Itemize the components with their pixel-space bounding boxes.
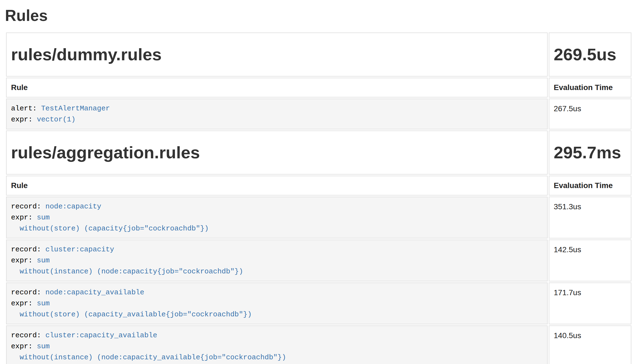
rule-link[interactable]: sum (37, 299, 50, 308)
rule-code: record: node:capacity_available expr: su… (11, 287, 543, 320)
rule-code-cell: record: node:capacity_available expr: su… (6, 282, 548, 324)
evaluation-time-cell: 140.5us (549, 325, 631, 364)
group-row: rules/aggregation.rules295.7ms (6, 131, 631, 175)
rule-code: record: cluster:capacity_available expr:… (11, 330, 543, 363)
evaluation-time-cell: 171.7us (549, 282, 631, 324)
rule-row: record: cluster:capacity_available expr:… (6, 325, 631, 364)
evaluation-time-cell: 351.3us (549, 197, 631, 238)
column-header-evaluation-time: Evaluation Time (549, 176, 631, 195)
group-file-name: rules/aggregation.rules (6, 131, 548, 175)
rules-page: Rules rules/dummy.rules269.5usRuleEvalua… (0, 0, 638, 364)
column-header-row: RuleEvaluation Time (6, 176, 631, 195)
rule-link[interactable]: without(instance) (node:capacity_availab… (11, 353, 286, 362)
rule-link[interactable]: sum (37, 256, 50, 265)
rule-code-cell: record: cluster:capacity expr: sum witho… (6, 240, 548, 281)
column-header-rule: Rule (6, 78, 548, 97)
column-header-rule: Rule (6, 176, 548, 195)
rule-link[interactable]: TestAlertManager (41, 104, 110, 113)
rule-link[interactable]: vector(1) (37, 115, 75, 124)
rules-table-body: rules/dummy.rules269.5usRuleEvaluation T… (6, 32, 631, 364)
rule-link[interactable]: node:capacity (45, 202, 101, 211)
page-title: Rules (5, 7, 632, 24)
rule-code: record: cluster:capacity expr: sum witho… (11, 244, 543, 277)
group-file-name: rules/dummy.rules (6, 32, 548, 77)
rule-link[interactable]: cluster:capacity_available (45, 331, 157, 339)
rule-link[interactable]: without(store) (capacity{job="cockroachd… (11, 224, 209, 233)
rule-row: record: node:capacity expr: sum without(… (6, 197, 631, 238)
group-row: rules/dummy.rules269.5us (6, 32, 631, 77)
column-header-row: RuleEvaluation Time (6, 78, 631, 97)
group-evaluation-time: 269.5us (549, 32, 631, 77)
rule-row: alert: TestAlertManager expr: vector(1)2… (6, 99, 631, 129)
evaluation-time-cell: 267.5us (549, 99, 631, 129)
rule-code: alert: TestAlertManager expr: vector(1) (11, 103, 543, 125)
rule-code-cell: record: cluster:capacity_available expr:… (6, 325, 548, 364)
rule-code-cell: alert: TestAlertManager expr: vector(1) (6, 99, 548, 129)
group-evaluation-time: 295.7ms (549, 131, 631, 175)
rule-row: record: node:capacity_available expr: su… (6, 282, 631, 324)
rule-code-cell: record: node:capacity expr: sum without(… (6, 197, 548, 238)
rule-link[interactable]: without(store) (capacity_available{job="… (11, 310, 252, 319)
rule-link[interactable]: cluster:capacity (45, 245, 114, 254)
rule-row: record: cluster:capacity expr: sum witho… (6, 240, 631, 281)
column-header-evaluation-time: Evaluation Time (549, 78, 631, 97)
evaluation-time-cell: 142.5us (549, 240, 631, 281)
rule-link[interactable]: sum (37, 342, 50, 351)
rules-table: rules/dummy.rules269.5usRuleEvaluation T… (5, 31, 632, 364)
rule-code: record: node:capacity expr: sum without(… (11, 201, 543, 234)
rule-link[interactable]: without(instance) (node:capacity{job="co… (11, 267, 243, 276)
rule-link[interactable]: sum (37, 213, 50, 222)
rule-link[interactable]: node:capacity_available (45, 288, 144, 297)
